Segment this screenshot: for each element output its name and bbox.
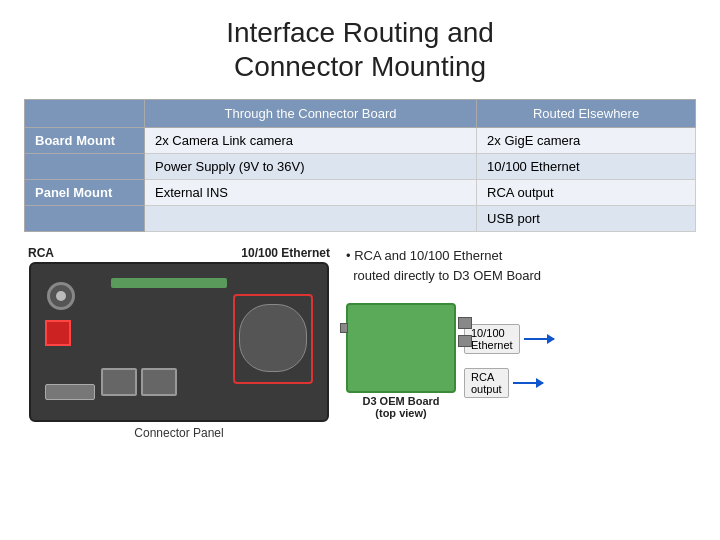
panel-labels: RCA 10/100 Ethernet	[24, 246, 334, 260]
d3-small-port	[340, 323, 348, 333]
row-header-empty	[25, 154, 145, 180]
rca-square-port	[45, 320, 71, 346]
info-area: • RCA and 10/100 Ethernet routed directl…	[346, 246, 696, 524]
table-cell	[145, 206, 477, 232]
ethernet-ports	[101, 368, 177, 396]
d3-diagram: D3 OEM Board(top view) 10/100Ethernet RC…	[346, 303, 696, 419]
table-row: USB port	[25, 206, 696, 232]
routing-table: Through the Connector Board Routed Elsew…	[24, 99, 696, 232]
bottom-section: RCA 10/100 Ethernet	[24, 246, 696, 524]
d3-board-wrapper: D3 OEM Board(top view) 10/100Ethernet RC…	[346, 303, 554, 419]
rca-arrow	[513, 382, 543, 384]
table-cell: USB port	[477, 206, 696, 232]
panel-area: RCA 10/100 Ethernet	[24, 246, 334, 524]
table-header-empty	[25, 100, 145, 128]
d3-port-1	[458, 317, 472, 329]
small-rect-port	[45, 384, 95, 400]
page: Interface Routing and Connector Mounting…	[0, 0, 720, 540]
big-connector	[233, 294, 313, 384]
rca-label-arrow: RCAoutput	[464, 368, 543, 398]
rca-label-box: RCAoutput	[464, 368, 509, 398]
table-row: Board Mount 2x Camera Link camera 2x Gig…	[25, 128, 696, 154]
table-row: Panel Mount External INS RCA output	[25, 180, 696, 206]
eth-label-box: 10/100Ethernet	[464, 324, 520, 354]
table-cell: External INS	[145, 180, 477, 206]
table-cell: RCA output	[477, 180, 696, 206]
eth-port-1	[101, 368, 137, 396]
row-header-panel-mount: Panel Mount	[25, 180, 145, 206]
rca-label: RCA	[28, 246, 54, 260]
table-cell: 2x Camera Link camera	[145, 128, 477, 154]
table-cell: 2x GigE camera	[477, 128, 696, 154]
connector-panel	[29, 262, 329, 422]
eth-label: 10/100 Ethernet	[241, 246, 330, 260]
page-title: Interface Routing and Connector Mounting	[24, 16, 696, 83]
eth-port-2	[141, 368, 177, 396]
green-bar	[111, 278, 227, 288]
table-header-connector-board: Through the Connector Board	[145, 100, 477, 128]
d3-board-label: D3 OEM Board(top view)	[362, 395, 439, 419]
eth-label-arrow: 10/100Ethernet	[464, 324, 554, 354]
d3-port-2	[458, 335, 472, 347]
table-row: Power Supply (9V to 36V) 10/100 Ethernet	[25, 154, 696, 180]
d3-board-container: D3 OEM Board(top view)	[346, 303, 456, 419]
table-cell: 10/100 Ethernet	[477, 154, 696, 180]
bullet-text: • RCA and 10/100 Ethernet routed directl…	[346, 246, 696, 285]
table-header-routed-elsewhere: Routed Elsewhere	[477, 100, 696, 128]
connector-panel-caption: Connector Panel	[134, 426, 223, 440]
d3-port-row	[458, 317, 472, 347]
table-cell: Power Supply (9V to 36V)	[145, 154, 477, 180]
row-header-board-mount: Board Mount	[25, 128, 145, 154]
arrow-area: 10/100Ethernet RCAoutput	[464, 324, 554, 398]
rca-port-inner	[56, 291, 66, 301]
d3-board	[346, 303, 456, 393]
rca-circle-port	[47, 282, 75, 310]
eth-arrow	[524, 338, 554, 340]
big-connector-inner	[239, 304, 307, 372]
row-header-empty2	[25, 206, 145, 232]
